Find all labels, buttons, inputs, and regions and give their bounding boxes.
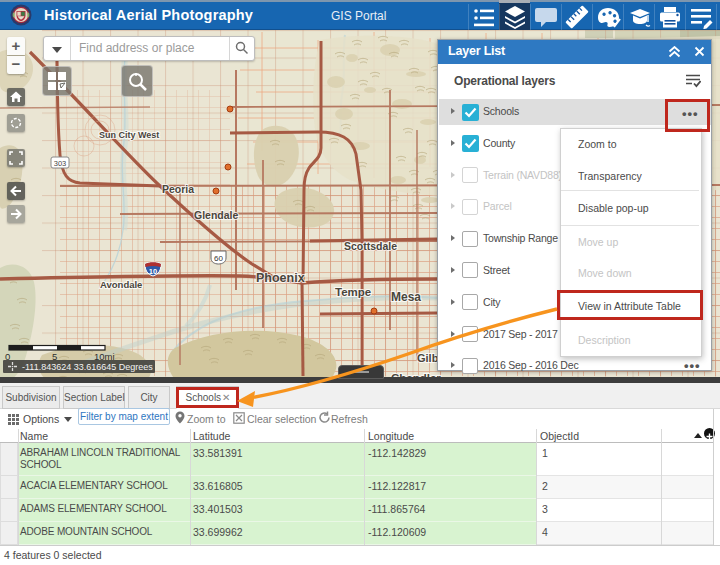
svg-text:Phoenix: Phoenix <box>256 271 305 285</box>
svg-text:Tempe: Tempe <box>335 286 371 298</box>
svg-text:Scottsdale: Scottsdale <box>344 240 397 252</box>
svg-text:Avondale: Avondale <box>100 279 142 290</box>
svg-text:10: 10 <box>149 267 157 276</box>
svg-text:60: 60 <box>214 254 223 263</box>
svg-text:Sun City West: Sun City West <box>99 130 159 140</box>
svg-text:Glendale: Glendale <box>194 209 239 221</box>
svg-text:303: 303 <box>54 159 67 168</box>
svg-text:Peoria: Peoria <box>162 183 194 195</box>
svg-text:Mesa: Mesa <box>391 290 421 304</box>
